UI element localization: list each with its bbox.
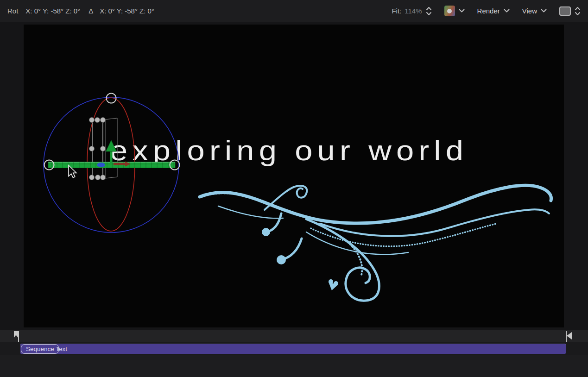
- viewport-stepper-icon[interactable]: [575, 6, 581, 16]
- rot-label: Rot: [7, 7, 18, 15]
- channels-control[interactable]: [444, 6, 465, 16]
- gradient-dot: [447, 9, 452, 13]
- motion-canvas-window: Rot X: 0° Y: -58° Z: 0° Δ X: 0° Y: -58° …: [0, 0, 588, 377]
- zoom-stepper-icon[interactable]: [426, 6, 432, 16]
- chevron-down-icon: [541, 9, 547, 13]
- canvas-title-text[interactable]: exploring our world: [110, 135, 468, 166]
- rotation-status: Rot X: 0° Y: -58° Z: 0° Δ X: 0° Y: -58° …: [7, 7, 154, 15]
- canvas-pasteboard: exploring our world: [0, 23, 588, 330]
- z-axis-indicator[interactable]: [97, 163, 105, 167]
- zoom-control[interactable]: Fit: 114%: [392, 6, 431, 16]
- fit-label: Fit:: [392, 7, 401, 15]
- fit-value: 114%: [405, 7, 422, 15]
- flourish-graphic[interactable]: [200, 185, 551, 301]
- render-menu[interactable]: Render: [477, 7, 510, 15]
- timeline-clip[interactable]: Sequence Text: [20, 344, 566, 354]
- view-menu[interactable]: View: [522, 7, 547, 15]
- rotation-manipulator[interactable]: [44, 94, 180, 233]
- view-label: View: [522, 7, 537, 15]
- play-range-end-marker[interactable]: [562, 331, 573, 342]
- status-toolbar: Rot X: 0° Y: -58° Z: 0° Δ X: 0° Y: -58° …: [0, 0, 588, 22]
- mini-timeline-ruler[interactable]: [0, 330, 588, 342]
- chevron-down-icon[interactable]: [459, 9, 465, 13]
- chevron-down-icon: [504, 9, 510, 13]
- play-range-start-marker[interactable]: [13, 331, 22, 342]
- mini-timeline-track: Sequence Text: [0, 342, 588, 355]
- render-label: Render: [477, 7, 500, 15]
- color-channels-icon[interactable]: [444, 6, 455, 16]
- clip-selection-outline: [21, 344, 59, 354]
- delta-values: X: 0° Y: -58° Z: 0°: [100, 7, 154, 15]
- rot-values: X: 0° Y: -58° Z: 0°: [25, 7, 80, 15]
- composition-canvas[interactable]: exploring our world: [24, 25, 564, 327]
- selection-box[interactable]: [89, 118, 106, 180]
- viewport-layout-icon[interactable]: [559, 6, 571, 16]
- tools-toolbar: T: [0, 355, 588, 377]
- viewport-layout-control[interactable]: [559, 6, 581, 16]
- delta-symbol: Δ: [89, 7, 93, 15]
